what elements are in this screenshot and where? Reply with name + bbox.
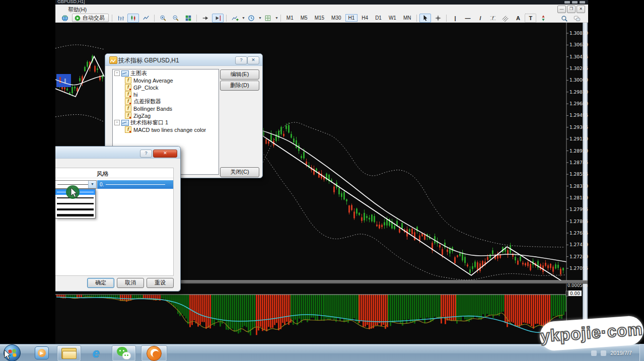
indicators-dialog-title: 技术指标 GBPUSD,H1 (118, 56, 179, 65)
ok-button[interactable]: 确定 (87, 278, 114, 288)
show-desktop-button[interactable] (639, 344, 644, 361)
text-tool[interactable]: A (512, 14, 524, 23)
style-column-header-row: 风格 (55, 168, 173, 178)
taskbar-item-media-player[interactable]: ▶ (31, 345, 52, 360)
chart-window-icon (121, 70, 129, 77)
timeframe-m15[interactable]: M15 (312, 14, 327, 22)
fibonacci-tool-icon[interactable] (487, 14, 498, 23)
timeframe-d1[interactable]: D1 (372, 14, 385, 22)
crosshair-tool-icon[interactable] (432, 14, 444, 23)
vertical-line-tool[interactable]: | (449, 14, 461, 23)
tray-icon-2[interactable] (601, 350, 606, 356)
indicator-label: 点差报数器 (133, 98, 161, 105)
reset-button[interactable]: 重设 (147, 278, 174, 288)
tree-group-row[interactable]: −技术指标窗口 1 (113, 119, 219, 126)
indicators-dropdown-arrow[interactable]: ▼ (275, 16, 278, 20)
profiles-clock-icon[interactable] (246, 14, 257, 23)
close-icon[interactable]: ✕ (247, 56, 259, 64)
indicator-label: Bollinger Bands (133, 106, 172, 112)
auto-scroll-icon[interactable] (199, 14, 211, 23)
channel-tool-icon[interactable] (499, 14, 511, 23)
close-icon[interactable]: ✕ (153, 150, 177, 158)
chart-window-icon (121, 120, 129, 126)
tray-icon-1[interactable] (591, 350, 597, 356)
timeframe-h1[interactable]: H1 (345, 14, 358, 22)
line-style-option-4[interactable] (55, 206, 95, 212)
level-value: 0. (100, 182, 104, 187)
indicator-f-icon: f (125, 84, 131, 91)
new-chart-icon[interactable] (229, 14, 241, 23)
indicator-label: 技术指标窗口 1 (130, 119, 168, 126)
internet-explorer-icon: e (93, 346, 100, 359)
tree-indicator-row[interactable]: fZigZag (113, 112, 219, 119)
cursor-tool-icon[interactable] (419, 14, 431, 23)
screen: GBPUSD,H1] 帮助(H) — ❐ ✕ 自动交易 (0, 0, 644, 361)
help-button[interactable]: ? (140, 150, 152, 158)
menu-help[interactable]: 帮助(H) (65, 6, 89, 14)
edit-button[interactable]: 编辑(E) (220, 69, 259, 80)
indicators-grid-icon[interactable] (262, 14, 274, 23)
zoom-in-icon[interactable] (157, 14, 169, 23)
bar-chart-icon[interactable] (115, 14, 126, 23)
new-chart-dropdown-arrow[interactable]: ▼ (242, 16, 245, 20)
trendline-tool[interactable]: / (474, 14, 486, 23)
timeframe-mn[interactable]: MN (400, 14, 414, 22)
zoom-out-icon[interactable] (170, 14, 181, 23)
timeframe-w1[interactable]: W1 (386, 14, 399, 22)
level-line-preview (106, 184, 165, 185)
line-style-option-5[interactable] (55, 212, 95, 218)
tree-indicator-row[interactable]: f点差报数器 (113, 98, 219, 105)
tree-indicator-row[interactable]: fMoving Average (113, 77, 219, 84)
timeframe-h4[interactable]: H4 (359, 14, 371, 22)
tree-indicator-row[interactable]: fhi (113, 91, 219, 98)
window-title: GBPUSD,H1] (57, 0, 85, 4)
indicator-dialog-icon (109, 56, 117, 64)
indicator-label: Moving Average (133, 78, 173, 84)
autotrading-button[interactable]: 自动交易 (72, 14, 109, 22)
combobox-dropdown-arrow[interactable]: ▼ (88, 181, 96, 188)
tree-indicator-row[interactable]: fGP_Clock (113, 84, 219, 91)
label-tool[interactable]: T (525, 14, 536, 23)
mdi-close-button[interactable]: ✕ (577, 6, 585, 13)
tile-windows-icon[interactable] (182, 14, 194, 23)
media-player-icon: ▶ (35, 346, 49, 359)
line-chart-icon[interactable] (140, 14, 152, 23)
search-icon[interactable] (558, 14, 570, 23)
cancel-button[interactable]: 取消 (117, 278, 144, 288)
help-button[interactable]: ? (235, 56, 247, 64)
candlestick-chart-icon[interactable] (127, 14, 139, 23)
expand-toggle-icon[interactable]: − (114, 70, 120, 76)
tree-group-row[interactable]: −主图表 (113, 69, 219, 77)
mdi-restore-button[interactable]: ❐ (567, 6, 576, 13)
properties-dialog-titlebar[interactable]: ? ✕ (55, 147, 180, 159)
tree-indicator-row[interactable]: fBollinger Bands (113, 105, 219, 112)
chat-icon[interactable] (571, 14, 583, 23)
timeframe-m30[interactable]: M30 (328, 14, 344, 22)
horizontal-line-tool[interactable]: — (462, 14, 473, 23)
wechat-icon (117, 347, 131, 360)
mouse-cursor (70, 187, 79, 198)
explorer-folder-icon (61, 348, 77, 359)
expand-toggle-icon[interactable]: − (114, 120, 120, 125)
arrows-tool-icon[interactable] (537, 14, 549, 23)
timeframe-m5[interactable]: M5 (298, 14, 311, 22)
indicator-f-icon: f (125, 77, 131, 84)
indicator-label: MACD two lines change color (133, 127, 206, 133)
mdi-minimize-button[interactable]: — (557, 6, 566, 13)
tree-indicator-row[interactable]: fMACD two lines change color (113, 126, 219, 133)
selected-level-row[interactable]: 0. (97, 180, 173, 189)
indicators-dialog-titlebar[interactable]: 技术指标 GBPUSD,H1 ? ✕ (105, 54, 262, 66)
taskbar-item-internet-explorer[interactable]: e (85, 345, 108, 360)
profiles-dropdown-arrow[interactable]: ▼ (258, 16, 262, 20)
new-order-icon[interactable] (59, 14, 70, 23)
chart-shift-icon[interactable] (212, 14, 224, 23)
line-style-option-3[interactable] (55, 201, 95, 206)
taskbar-item-phoenix-app[interactable] (141, 345, 167, 361)
taskbar-item-wechat[interactable] (112, 345, 136, 361)
indicator-label: 主图表 (130, 69, 147, 77)
close-button[interactable]: 关闭(C) (220, 167, 259, 177)
timeframe-m1[interactable]: M1 (283, 14, 297, 22)
taskbar-date[interactable]: 2019/7/7 (610, 350, 632, 356)
taskbar-item-explorer[interactable] (57, 345, 81, 361)
delete-button[interactable]: 删除(D) (220, 81, 259, 91)
